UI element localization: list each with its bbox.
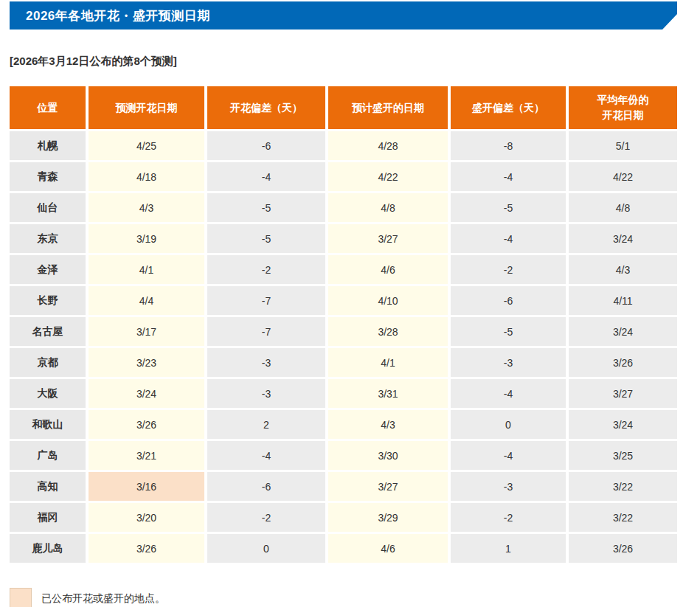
cell-average-date: 3/24 <box>569 317 677 348</box>
cell-flower-diff: -2 <box>207 255 328 286</box>
cell-location: 长野 <box>10 286 89 317</box>
cell-bloom-date: 3/31 <box>328 379 451 410</box>
cell-flower-date: 4/25 <box>89 131 207 162</box>
cell-average-date: 3/22 <box>569 503 677 534</box>
cell-flower-date: 4/18 <box>89 162 207 193</box>
cell-bloom-date: 3/27 <box>328 472 451 503</box>
cell-flower-date: 3/17 <box>89 317 207 348</box>
cell-location: 鹿儿岛 <box>10 534 89 565</box>
column-header-bloom-diff: 盛开偏差（天） <box>451 86 569 131</box>
cell-location: 广岛 <box>10 441 89 472</box>
announced-location-swatch <box>10 588 32 607</box>
cell-flower-date: 4/3 <box>89 193 207 224</box>
cell-flower-diff: -3 <box>207 379 328 410</box>
cell-bloom-date: 4/22 <box>328 162 451 193</box>
cell-bloom-date: 4/3 <box>328 410 451 441</box>
cell-bloom-date: 4/1 <box>328 348 451 379</box>
cell-location: 福冈 <box>10 503 89 534</box>
cell-flower-date: 3/19 <box>89 224 207 255</box>
column-header-average-date: 平均年份的 开花日期 <box>569 86 677 131</box>
cell-bloom-diff: -6 <box>451 286 569 317</box>
cell-bloom-diff: -3 <box>451 472 569 503</box>
cell-average-date: 3/25 <box>569 441 677 472</box>
cell-average-date: 4/3 <box>569 255 677 286</box>
cell-location: 大阪 <box>10 379 89 410</box>
cell-bloom-diff: 0 <box>451 410 569 441</box>
cell-location: 金泽 <box>10 255 89 286</box>
table-row: 大阪3/24-33/31-43/27 <box>10 379 677 410</box>
column-header-location: 位置 <box>10 86 89 131</box>
cell-average-date: 3/24 <box>569 224 677 255</box>
cell-flower-date: 3/26 <box>89 534 207 565</box>
table-row: 鹿儿岛3/2604/613/26 <box>10 534 677 565</box>
cell-flower-date: 3/21 <box>89 441 207 472</box>
table-row: 东京3/19-53/27-43/24 <box>10 224 677 255</box>
cell-average-date: 5/1 <box>569 131 677 162</box>
table-row: 青森4/18-44/22-44/22 <box>10 162 677 193</box>
cell-flower-date: 3/16 <box>89 472 207 503</box>
cell-bloom-diff: 1 <box>451 534 569 565</box>
cell-bloom-diff: -4 <box>451 224 569 255</box>
forecast-table: 位置 预测开花日期 开花偏差（天） 预计盛开的日期 盛开偏差（天） 平均年份的 … <box>10 86 677 565</box>
cell-bloom-diff: -4 <box>451 162 569 193</box>
cell-flower-diff: -4 <box>207 441 328 472</box>
column-header-flower-diff: 开花偏差（天） <box>207 86 328 131</box>
cell-bloom-date: 4/8 <box>328 193 451 224</box>
cell-bloom-date: 3/30 <box>328 441 451 472</box>
cell-average-date: 3/27 <box>569 379 677 410</box>
cell-bloom-date: 4/28 <box>328 131 451 162</box>
cell-flower-date: 3/24 <box>89 379 207 410</box>
cell-flower-diff: -7 <box>207 286 328 317</box>
table-row: 京都3/23-34/1-33/26 <box>10 348 677 379</box>
table-row: 高知3/16-63/27-33/22 <box>10 472 677 503</box>
forecast-release-note: [2026年3月12日公布的第8个预测] <box>10 54 700 69</box>
cell-flower-diff: -3 <box>207 348 328 379</box>
cell-average-date: 3/26 <box>569 348 677 379</box>
cell-average-date: 4/22 <box>569 162 677 193</box>
legend-text: 已公布开花或盛开的地点。 <box>41 592 165 606</box>
table-row: 仙台4/3-54/8-54/8 <box>10 193 677 224</box>
page: 2026年各地开花・盛开预测日期 [2026年3月12日公布的第8个预测] 位置… <box>0 0 700 607</box>
cell-flower-date: 4/4 <box>89 286 207 317</box>
cell-location: 和歌山 <box>10 410 89 441</box>
table-row: 长野4/4-74/10-64/11 <box>10 286 677 317</box>
cell-average-date: 3/22 <box>569 472 677 503</box>
table-row: 广岛3/21-43/30-43/25 <box>10 441 677 472</box>
cell-average-date: 3/26 <box>569 534 677 565</box>
cell-bloom-diff: -4 <box>451 379 569 410</box>
cell-bloom-date: 3/27 <box>328 224 451 255</box>
cell-flower-date: 3/20 <box>89 503 207 534</box>
cell-bloom-diff: -3 <box>451 348 569 379</box>
cell-bloom-diff: -4 <box>451 441 569 472</box>
table-row: 札幌4/25-64/28-85/1 <box>10 131 677 162</box>
table-row: 福冈3/20-23/29-23/22 <box>10 503 677 534</box>
cell-bloom-diff: -5 <box>451 193 569 224</box>
cell-flower-diff: 2 <box>207 410 328 441</box>
cell-flower-diff: -2 <box>207 503 328 534</box>
cell-location: 东京 <box>10 224 89 255</box>
cell-bloom-date: 4/6 <box>328 534 451 565</box>
cell-flower-diff: -7 <box>207 317 328 348</box>
cell-flower-date: 3/23 <box>89 348 207 379</box>
cell-average-date: 4/11 <box>569 286 677 317</box>
cell-location: 札幌 <box>10 131 89 162</box>
cell-bloom-date: 4/6 <box>328 255 451 286</box>
cell-flower-diff: -5 <box>207 193 328 224</box>
forecast-table-body: 札幌4/25-64/28-85/1青森4/18-44/22-44/22仙台4/3… <box>10 131 677 565</box>
table-row: 名古屋3/17-73/28-53/24 <box>10 317 677 348</box>
cell-bloom-diff: -5 <box>451 317 569 348</box>
column-header-bloom-date: 预计盛开的日期 <box>328 86 451 131</box>
cell-bloom-diff: -8 <box>451 131 569 162</box>
cell-bloom-date: 4/10 <box>328 286 451 317</box>
cell-location: 名古屋 <box>10 317 89 348</box>
cell-flower-diff: -4 <box>207 162 328 193</box>
header-row: 位置 预测开花日期 开花偏差（天） 预计盛开的日期 盛开偏差（天） 平均年份的 … <box>10 86 677 131</box>
cell-bloom-diff: -2 <box>451 255 569 286</box>
cell-location: 仙台 <box>10 193 89 224</box>
cell-flower-diff: 0 <box>207 534 328 565</box>
cell-flower-diff: -6 <box>207 472 328 503</box>
cell-average-date: 4/8 <box>569 193 677 224</box>
cell-bloom-date: 3/29 <box>328 503 451 534</box>
cell-average-date: 3/24 <box>569 410 677 441</box>
cell-location: 高知 <box>10 472 89 503</box>
